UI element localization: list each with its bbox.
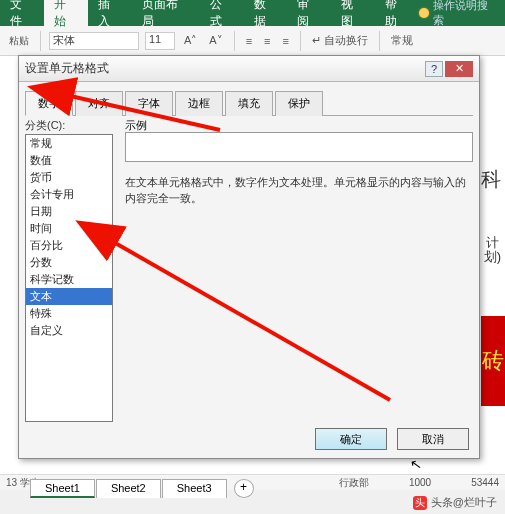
dialog-title: 设置单元格格式 — [25, 60, 109, 77]
tell-me-search[interactable]: 操作说明搜索 — [419, 0, 505, 28]
tab-review[interactable]: 审阅 — [287, 0, 331, 26]
sheet-tab[interactable]: Sheet2 — [96, 479, 161, 498]
list-item[interactable]: 科学记数 — [26, 271, 112, 288]
dialog-tabs: 数字 对齐 字体 边框 填充 保护 — [25, 90, 473, 116]
tab-formula[interactable]: 公式 — [200, 0, 244, 26]
status-r1: 1000 — [409, 477, 431, 488]
number-format[interactable]: 常规 — [388, 33, 416, 48]
help-icon[interactable]: ? — [425, 61, 443, 77]
tab-insert[interactable]: 插入 — [88, 0, 132, 26]
tab-file[interactable]: 文件 — [0, 0, 44, 26]
font-size-combo[interactable]: 11 — [145, 32, 175, 50]
dialog-body: 分类(C): 常规 数值 货币 会计专用 日期 时间 百分比 分数 科学记数 文… — [25, 118, 473, 422]
dlg-tab-protect[interactable]: 保护 — [275, 91, 323, 116]
sample-box — [125, 132, 473, 162]
txt: 计 — [484, 236, 501, 250]
dlg-tab-align[interactable]: 对齐 — [75, 91, 123, 116]
list-item[interactable]: 货币 — [26, 169, 112, 186]
font-name-combo[interactable]: 宋体 — [49, 32, 139, 50]
sheet-tab[interactable]: Sheet1 — [30, 479, 95, 498]
tab-home[interactable]: 开始 — [44, 0, 88, 26]
txt: 划) — [484, 250, 501, 264]
dlg-tab-border[interactable]: 边框 — [175, 91, 223, 116]
decrease-font-icon[interactable]: A˅ — [206, 34, 225, 47]
bulb-icon — [419, 8, 429, 18]
watermark: 头 头条@烂叶子 — [413, 495, 497, 510]
align-icon[interactable]: ≡ — [261, 35, 273, 47]
category-label: 分类(C): — [25, 118, 473, 133]
ok-button[interactable]: 确定 — [315, 428, 387, 450]
list-item[interactable]: 日期 — [26, 203, 112, 220]
toutiao-icon: 头 — [413, 496, 427, 510]
wrap-label: 自动换行 — [324, 34, 368, 46]
cursor-icon: ↖ — [409, 455, 424, 473]
dialog-titlebar[interactable]: 设置单元格格式 ? ✕ — [19, 56, 479, 82]
ribbon-tabs: 文件 开始 插入 页面布局 公式 数据 审阅 视图 帮助 操作说明搜索 — [0, 0, 505, 26]
list-item[interactable]: 常规 — [26, 135, 112, 152]
list-item[interactable]: 百分比 — [26, 237, 112, 254]
indent-icon[interactable]: ≡ — [280, 35, 292, 47]
list-item-selected[interactable]: 文本 — [26, 288, 112, 305]
dlg-tab-fill[interactable]: 填充 — [225, 91, 273, 116]
status-mid: 行政部 — [339, 476, 369, 490]
list-item[interactable]: 分数 — [26, 254, 112, 271]
cancel-button[interactable]: 取消 — [397, 428, 469, 450]
list-item[interactable]: 数值 — [26, 152, 112, 169]
close-icon[interactable]: ✕ — [445, 61, 473, 77]
watermark-label: 头条@烂叶子 — [431, 495, 497, 510]
red-banner: 砖 — [481, 316, 505, 406]
tell-me-label: 操作说明搜索 — [433, 0, 499, 28]
paste-button[interactable]: 粘贴 — [6, 34, 32, 48]
sample-label: 示例 — [125, 118, 147, 133]
sheet-tab[interactable]: Sheet3 — [162, 479, 227, 498]
tab-data[interactable]: 数据 — [244, 0, 288, 26]
partial-text: 科 — [481, 166, 501, 193]
format-description: 在文本单元格格式中，数字作为文本处理。单元格显示的内容与输入的内容完全一致。 — [125, 174, 469, 206]
wrap-text-button[interactable]: ↵ 自动换行 — [309, 33, 371, 48]
list-item[interactable]: 时间 — [26, 220, 112, 237]
format-cells-dialog: 设置单元格格式 ? ✕ 数字 对齐 字体 边框 填充 保护 分类(C): 常规 … — [18, 55, 480, 459]
list-item[interactable]: 自定义 — [26, 322, 112, 339]
add-sheet-button[interactable]: + — [234, 479, 254, 498]
increase-font-icon[interactable]: A˄ — [181, 34, 200, 47]
dialog-buttons: 确定 取消 — [315, 428, 469, 450]
dlg-tab-font[interactable]: 字体 — [125, 91, 173, 116]
tab-view[interactable]: 视图 — [331, 0, 375, 26]
tab-help[interactable]: 帮助 — [375, 0, 419, 26]
status-r2: 53444 — [471, 477, 499, 488]
partial-text: 计 划) — [484, 236, 501, 264]
align-icon[interactable]: ≡ — [243, 35, 255, 47]
ribbon-toolbar: 粘贴 宋体 11 A˄ A˅ ≡ ≡ ≡ ↵ 自动换行 常规 — [0, 26, 505, 56]
list-item[interactable]: 特殊 — [26, 305, 112, 322]
list-item[interactable]: 会计专用 — [26, 186, 112, 203]
category-listbox[interactable]: 常规 数值 货币 会计专用 日期 时间 百分比 分数 科学记数 文本 特殊 自定… — [25, 134, 113, 422]
tab-layout[interactable]: 页面布局 — [132, 0, 200, 26]
dlg-tab-number[interactable]: 数字 — [25, 91, 73, 116]
